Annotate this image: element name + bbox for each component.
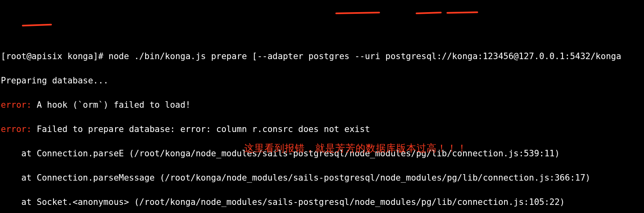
command-line: [root@apisix konga]# node ./bin/konga.js… <box>1 50 643 62</box>
underline-annotation <box>22 24 52 27</box>
error-label: error: <box>1 124 32 134</box>
output-error-1: error: A hook (`orm`) failed to load! <box>1 99 643 111</box>
stack-line: at Socket.<anonymous> (/root/konga/node_… <box>1 196 643 208</box>
error-message-1: A hook (`orm`) failed to load! <box>32 100 191 110</box>
underline-annotation <box>335 12 380 14</box>
stack-line: at Connection.parseMessage (/root/konga/… <box>1 172 643 184</box>
underline-annotation <box>447 11 478 13</box>
error-message-2: Failed to prepare database: error: colum… <box>32 124 370 134</box>
error-label: error: <box>1 100 32 110</box>
output-error-2: error: Failed to prepare database: error… <box>1 123 643 135</box>
shell-command: node ./bin/konga.js prepare [--adapter p… <box>109 51 621 61</box>
output-preparing: Preparing database... <box>1 75 643 87</box>
shell-prompt: [root@apisix konga]# <box>1 51 109 61</box>
underline-annotation <box>416 12 442 14</box>
error-annotation: 这里看到报错，就是芳芳的数据库版本过高！！！ <box>244 143 467 153</box>
